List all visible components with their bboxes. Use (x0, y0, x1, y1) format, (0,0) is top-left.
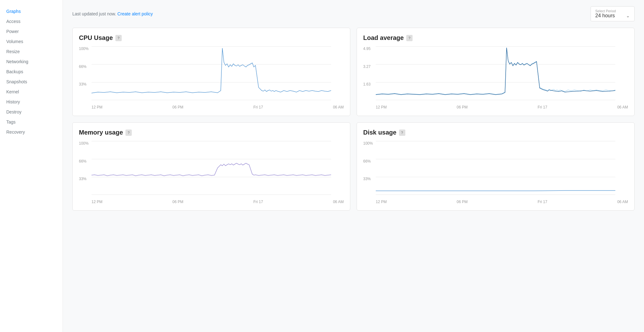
cpu-usage-card: CPU Usage ? 100% 66% 33% (72, 28, 350, 116)
sidebar-item-resize[interactable]: Resize (0, 47, 63, 57)
disk-usage-card: Disk usage ? 100% 66% 33% (357, 122, 635, 211)
memory-usage-header: Memory usage ? (79, 129, 344, 136)
x-label: 06 AM (333, 200, 344, 204)
disk-usage-title: Disk usage (363, 129, 397, 136)
sidebar-item-tags[interactable]: Tags (0, 117, 63, 127)
x-label: 06 AM (333, 105, 344, 109)
x-label: Fri 17 (253, 105, 263, 109)
load-average-header: Load average ? (363, 34, 628, 42)
cpu-usage-chart-area: 100% 66% 33% 12 PM 06 PM F (79, 47, 344, 109)
x-label: 12 PM (92, 200, 103, 204)
x-label: 06 PM (457, 200, 468, 204)
disk-usage-help-icon[interactable]: ? (399, 130, 405, 136)
load-average-title: Load average (363, 34, 404, 42)
create-alert-link[interactable]: Create alert policy (117, 11, 153, 16)
x-label: 06 PM (457, 105, 468, 109)
period-selector-value-row: 24 hours ⌄ (595, 13, 630, 19)
cpu-usage-svg (79, 47, 344, 109)
last-updated-text: Last updated just now. Create alert poli… (72, 11, 153, 16)
memory-usage-title: Memory usage (79, 129, 123, 136)
period-selector-value: 24 hours (595, 13, 615, 19)
memory-usage-svg (79, 141, 344, 204)
load-average-chart-area: 4.95 3.27 1.63 12 PM 06 P (363, 47, 628, 109)
x-label: Fri 17 (538, 200, 547, 204)
sidebar-item-access[interactable]: Access (0, 16, 63, 26)
sidebar-item-recovery[interactable]: Recovery (0, 127, 63, 137)
sidebar-item-networking[interactable]: Networking (0, 57, 63, 67)
load-average-card: Load average ? 4.95 3.27 1.63 (357, 28, 635, 116)
disk-usage-x-labels: 12 PM 06 PM Fri 17 06 AM (376, 200, 628, 204)
chevron-down-icon: ⌄ (626, 13, 630, 18)
charts-grid: CPU Usage ? 100% 66% 33% (72, 28, 635, 211)
sidebar-item-destroy[interactable]: Destroy (0, 107, 63, 117)
x-label: 06 PM (172, 105, 183, 109)
sidebar-item-volumes[interactable]: Volumes (0, 36, 63, 47)
memory-usage-x-labels: 12 PM 06 PM Fri 17 06 AM (92, 200, 344, 204)
sidebar-item-history[interactable]: History (0, 97, 63, 107)
period-selector-label: Select Period (595, 9, 616, 13)
x-label: 12 PM (376, 200, 387, 204)
x-label: 06 AM (617, 105, 628, 109)
load-average-svg (363, 47, 628, 109)
x-label: Fri 17 (538, 105, 547, 109)
last-updated-label: Last updated just now. (72, 11, 116, 16)
disk-usage-header: Disk usage ? (363, 129, 628, 136)
sidebar-item-kernel[interactable]: Kernel (0, 87, 63, 97)
cpu-usage-help-icon[interactable]: ? (115, 35, 122, 41)
x-label: 06 PM (172, 200, 183, 204)
x-label: 12 PM (376, 105, 387, 109)
sidebar-item-graphs[interactable]: Graphs (0, 6, 63, 16)
sidebar-item-snapshots[interactable]: Snapshots (0, 77, 63, 87)
x-label: 06 AM (617, 200, 628, 204)
sidebar: GraphsAccessPowerVolumesResizeNetworking… (0, 0, 63, 332)
load-average-help-icon[interactable]: ? (406, 35, 413, 41)
memory-usage-chart-area: 100% 66% 33% 12 PM 06 PM Fri 17 (79, 141, 344, 204)
sidebar-item-backups[interactable]: Backups (0, 67, 63, 77)
memory-usage-card: Memory usage ? 100% 66% 33% (72, 122, 350, 211)
load-average-x-labels: 12 PM 06 PM Fri 17 06 AM (376, 105, 628, 109)
cpu-usage-header: CPU Usage ? (79, 34, 344, 42)
sidebar-item-power[interactable]: Power (0, 26, 63, 36)
cpu-usage-x-labels: 12 PM 06 PM Fri 17 06 AM (92, 105, 344, 109)
cpu-usage-title: CPU Usage (79, 34, 113, 42)
x-label: 12 PM (92, 105, 103, 109)
main-content: Last updated just now. Create alert poli… (63, 0, 644, 332)
x-label: Fri 17 (253, 200, 263, 204)
period-selector[interactable]: Select Period 24 hours ⌄ (591, 6, 635, 21)
memory-usage-help-icon[interactable]: ? (125, 130, 132, 136)
top-bar: Last updated just now. Create alert poli… (72, 6, 635, 21)
disk-usage-chart-area: 100% 66% 33% 12 PM 06 PM Fri 17 (363, 141, 628, 204)
disk-usage-svg (363, 141, 628, 204)
